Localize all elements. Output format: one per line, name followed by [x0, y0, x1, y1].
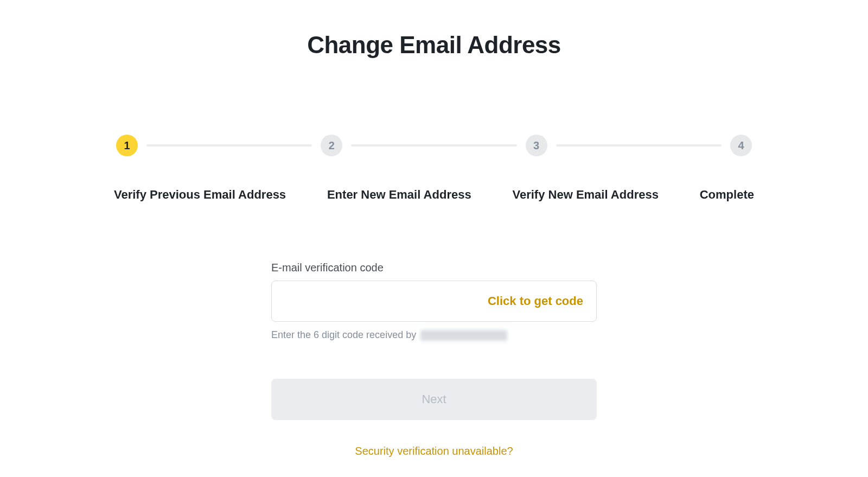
- step-4-label: Complete: [700, 188, 754, 202]
- security-help-link[interactable]: Security verification unavailable?: [271, 445, 597, 457]
- step-connector-1-2: [146, 144, 312, 147]
- page-title: Change Email Address: [0, 31, 868, 59]
- stepper: 1 2 3 4 Verify Previous Email Address En…: [114, 135, 754, 202]
- code-field-label: E-mail verification code: [271, 262, 597, 274]
- step-1-circle: 1: [116, 135, 138, 156]
- step-4: 4: [730, 135, 752, 156]
- step-connector-3-4: [556, 144, 722, 147]
- step-3: 3: [526, 135, 547, 156]
- verification-form: E-mail verification code Click to get co…: [271, 262, 597, 457]
- code-input[interactable]: [285, 281, 488, 321]
- get-code-button[interactable]: Click to get code: [488, 294, 583, 308]
- step-2-label: Enter New Email Address: [327, 188, 471, 202]
- code-hint: Enter the 6 digit code received by: [271, 329, 597, 341]
- next-button[interactable]: Next: [271, 379, 597, 420]
- code-hint-text: Enter the 6 digit code received by: [271, 329, 416, 341]
- redacted-email: [420, 330, 507, 341]
- step-4-circle: 4: [730, 135, 752, 156]
- step-2: 2: [321, 135, 342, 156]
- step-3-circle: 3: [526, 135, 547, 156]
- step-1-label: Verify Previous Email Address: [114, 188, 286, 202]
- step-1: 1: [116, 135, 138, 156]
- step-3-label: Verify New Email Address: [512, 188, 658, 202]
- step-connector-2-3: [351, 144, 516, 147]
- code-input-wrap: Click to get code: [271, 281, 597, 322]
- step-2-circle: 2: [321, 135, 342, 156]
